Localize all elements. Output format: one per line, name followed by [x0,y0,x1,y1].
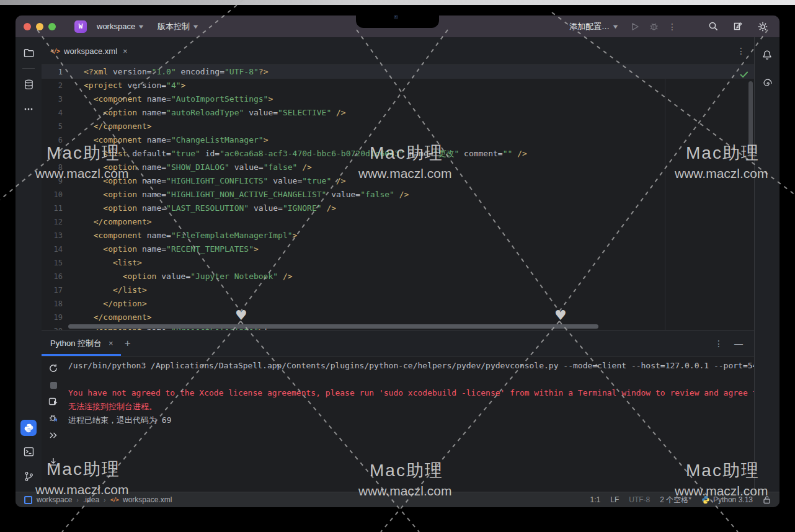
code-line[interactable]: 9 <option name="HIGHLIGHT_CONFLICTS" val… [42,174,754,188]
code-line[interactable]: 1<?xml version="1.0" encoding="UTF-8"?> [42,65,754,79]
code-text: <option name="SHOW_DIALOG" value="false"… [84,161,312,174]
line-number: 18 [42,297,68,311]
code-line[interactable]: 11 <option name="LAST_RESOLUTION" value=… [42,202,754,215]
git-branch-icon [23,471,35,482]
debug-button[interactable] [644,19,663,34]
file-encoding[interactable]: UTF-8 [629,495,650,504]
line-number: 10 [42,188,68,202]
stop-icon [50,381,58,389]
code-line[interactable]: 15 <list> [42,256,754,270]
code-line[interactable]: 3 <component name="AutoImportSettings"> [42,92,754,106]
console-run-icon [48,397,58,407]
indent-setting[interactable]: 2 个空格* [660,495,691,505]
project-tool-button[interactable] [19,43,38,62]
more-actions-button[interactable]: ⋮ [663,19,682,34]
code-line[interactable]: 13 <component name="FileTemplateManagerI… [42,229,754,242]
console-output-line: 进程已结束，退出代码为 69 [68,414,754,427]
terminal-tool-button[interactable] [19,442,38,461]
code-line[interactable]: 6 <component name="ChangeListManager"> [42,133,754,147]
execute-command-button[interactable] [48,430,59,441]
readonly-toggle[interactable] [763,495,771,504]
close-window-button[interactable] [24,23,31,30]
close-console-tab-icon[interactable]: × [109,339,113,348]
scroll-to-end-button[interactable] [48,456,59,468]
database-tool-button[interactable] [19,75,38,94]
code-text: <list> [84,256,142,270]
code-line[interactable]: 18 </option> [42,297,754,311]
camera-dot [394,15,398,19]
code-text: <option name="HIGHLIGHT_CONFLICTS" value… [84,174,346,188]
ai-assistant-button[interactable] [758,74,776,93]
code-text: <option name="RECENT_TEMPLATES"> [84,242,259,256]
code-line[interactable]: 4 <option name="autoReloadType" value="S… [42,106,754,120]
run-configuration-menu[interactable]: 添加配置… ▼ [566,19,622,34]
python-console-tool-button[interactable] [20,420,37,436]
close-tab-icon[interactable]: × [123,47,128,56]
code-line[interactable]: 10 <option name="HIGHLIGHT_NON_ACTIVE_CH… [42,188,754,202]
breadcrumb-file[interactable]: workspace.xml [123,495,172,504]
console-options-button[interactable]: ⋮ [714,339,723,348]
tab-list-menu-button[interactable]: ⋮ [737,46,745,56]
code-line[interactable]: 16 <option value="Jupyter Notebook" /> [42,270,754,283]
code-editor[interactable]: 1<?xml version="1.0" encoding="UTF-8"?>2… [42,65,754,330]
code-line[interactable]: 5 </component> [42,120,754,133]
open-console-button[interactable] [48,396,59,407]
code-text: </option> [84,297,147,311]
breadcrumb-folder[interactable]: .idea [83,495,99,504]
line-number: 8 [42,161,68,174]
minimize-window-button[interactable] [36,23,43,30]
minimize-panel-button[interactable]: — [734,339,743,348]
project-menu[interactable]: workspace ▼ [93,20,148,33]
line-number: 15 [42,256,68,270]
python-interpreter[interactable]: Python 3.13 [701,495,753,504]
strip-divider [22,68,35,69]
code-line[interactable]: 14 <option name="RECENT_TEMPLATES"> [42,242,754,256]
search-everywhere-button[interactable] [704,19,722,34]
more-tool-windows-button[interactable] [19,100,38,118]
editor-vertical-scrollbar[interactable] [748,81,753,156]
code-text: </list> [84,283,147,297]
code-text: <?xml version="1.0" encoding="UTF-8"?> [84,65,268,79]
breadcrumb-project[interactable]: workspace [37,495,72,504]
line-ending[interactable]: LF [610,495,619,504]
code-line[interactable]: 12 </component> [42,215,754,229]
code-text: <project version="4"> [84,79,185,92]
settings-button[interactable] [753,19,772,34]
line-number: 2 [42,79,68,92]
editor-horizontal-scrollbar[interactable] [68,324,598,329]
git-tool-button[interactable] [19,467,38,485]
attach-debugger-button[interactable] [48,413,59,424]
console-toolbar [42,357,65,468]
console-output[interactable]: /usr/bin/python3 /Applications/DataSpell… [68,357,754,427]
line-number: 3 [42,92,68,106]
console-tab[interactable]: Python 控制台 × [42,330,121,356]
code-line[interactable]: 8 <option name="SHOW_DIALOG" value="fals… [42,161,754,174]
line-number: 5 [42,120,68,133]
inspections-ok-icon[interactable] [738,68,750,81]
console-output-line: /usr/bin/python3 /Applications/DataSpell… [68,359,754,373]
run-button[interactable] [626,19,644,34]
new-console-button[interactable]: + [125,337,131,350]
line-number: 16 [42,270,68,283]
vcs-menu[interactable]: 版本控制 ▼ [154,19,202,34]
line-number: 4 [42,106,68,120]
code-line[interactable]: 2<project version="4"> [42,79,754,92]
python-icon [24,423,34,433]
code-line[interactable]: 19 </component> [42,311,754,324]
console-tab-label: Python 控制台 [50,338,102,349]
stop-console-button[interactable] [48,379,59,391]
rerun-console-button[interactable] [48,363,59,374]
xml-file-icon: </> [50,48,60,55]
feedback-button[interactable] [729,19,747,34]
code-text: </component> [84,311,152,324]
notifications-button[interactable] [758,46,776,64]
chevron-down-icon: ▼ [611,24,619,30]
unlock-icon [763,495,771,504]
code-line[interactable]: 7 <list default="true" id="ac0ca6a8-acf3… [42,147,754,161]
line-number: 19 [42,311,68,324]
caret-position[interactable]: 1:1 [590,495,601,504]
code-line[interactable]: 17 </list> [42,283,754,297]
zoom-window-button[interactable] [48,23,56,30]
tab-workspace-xml[interactable]: </> workspace.xml × [42,37,134,64]
terminal-icon [23,446,35,458]
